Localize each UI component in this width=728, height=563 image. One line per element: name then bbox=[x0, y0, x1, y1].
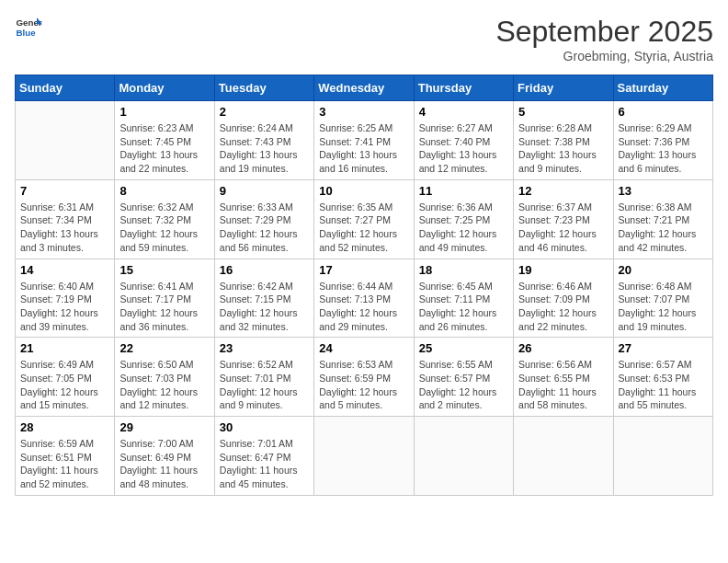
cell-date: 1 bbox=[119, 105, 209, 119]
logo-icon: General Blue bbox=[15, 15, 42, 42]
calendar-cell: 13Sunrise: 6:38 AMSunset: 7:21 PMDayligh… bbox=[613, 179, 712, 259]
calendar-cell: 30Sunrise: 7:01 AMSunset: 6:47 PMDayligh… bbox=[214, 417, 313, 496]
cell-content: Sunrise: 6:55 AMSunset: 6:57 PMDaylight:… bbox=[419, 358, 508, 412]
cell-content: Sunrise: 6:57 AMSunset: 6:53 PMDaylight:… bbox=[619, 358, 708, 412]
cell-content: Sunrise: 6:42 AMSunset: 7:15 PMDaylight:… bbox=[220, 280, 309, 334]
cell-date: 4 bbox=[419, 105, 508, 119]
calendar-week-4: 21Sunrise: 6:49 AMSunset: 7:05 PMDayligh… bbox=[16, 338, 713, 417]
cell-date: 21 bbox=[20, 341, 109, 355]
calendar-cell: 8Sunrise: 6:32 AMSunset: 7:32 PMDaylight… bbox=[115, 179, 214, 259]
cell-content: Sunrise: 6:52 AMSunset: 7:01 PMDaylight:… bbox=[220, 358, 309, 412]
calendar-cell: 2Sunrise: 6:24 AMSunset: 7:43 PMDaylight… bbox=[214, 101, 313, 180]
cell-date: 30 bbox=[220, 420, 309, 434]
calendar-cell: 12Sunrise: 6:37 AMSunset: 7:23 PMDayligh… bbox=[514, 179, 613, 259]
calendar-cell: 3Sunrise: 6:25 AMSunset: 7:41 PMDaylight… bbox=[314, 101, 414, 180]
page-header: General Blue September 2025 Groebming, S… bbox=[15, 15, 713, 63]
cell-content: Sunrise: 7:01 AMSunset: 6:47 PMDaylight:… bbox=[220, 437, 309, 491]
weekday-header-wednesday: Wednesday bbox=[314, 75, 414, 101]
calendar-cell: 14Sunrise: 6:40 AMSunset: 7:19 PMDayligh… bbox=[16, 259, 115, 338]
cell-content: Sunrise: 6:23 AMSunset: 7:45 PMDaylight:… bbox=[119, 121, 209, 176]
calendar-week-5: 28Sunrise: 6:59 AMSunset: 6:51 PMDayligh… bbox=[16, 417, 713, 496]
cell-date: 16 bbox=[220, 263, 309, 277]
weekday-header-saturday: Saturday bbox=[613, 75, 712, 101]
cell-date: 13 bbox=[619, 184, 708, 198]
calendar-cell bbox=[514, 417, 613, 496]
cell-date: 12 bbox=[518, 184, 608, 198]
calendar-cell: 20Sunrise: 6:48 AMSunset: 7:07 PMDayligh… bbox=[613, 259, 712, 338]
calendar-cell: 1Sunrise: 6:23 AMSunset: 7:45 PMDaylight… bbox=[115, 101, 214, 180]
cell-content: Sunrise: 6:35 AMSunset: 7:27 PMDaylight:… bbox=[319, 201, 408, 255]
weekday-header-thursday: Thursday bbox=[414, 75, 513, 101]
cell-date: 7 bbox=[20, 184, 109, 198]
calendar-cell bbox=[16, 101, 115, 180]
cell-date: 18 bbox=[419, 263, 508, 277]
cell-date: 11 bbox=[419, 184, 508, 198]
cell-content: Sunrise: 6:36 AMSunset: 7:25 PMDaylight:… bbox=[419, 201, 508, 255]
calendar-cell: 23Sunrise: 6:52 AMSunset: 7:01 PMDayligh… bbox=[214, 338, 313, 417]
calendar-cell bbox=[414, 417, 513, 496]
cell-content: Sunrise: 6:40 AMSunset: 7:19 PMDaylight:… bbox=[20, 280, 109, 334]
calendar-cell: 21Sunrise: 6:49 AMSunset: 7:05 PMDayligh… bbox=[16, 338, 115, 417]
cell-content: Sunrise: 6:32 AMSunset: 7:32 PMDaylight:… bbox=[119, 201, 209, 255]
calendar-cell: 7Sunrise: 6:31 AMSunset: 7:34 PMDaylight… bbox=[16, 179, 115, 259]
cell-date: 27 bbox=[619, 341, 708, 355]
cell-date: 22 bbox=[119, 341, 209, 355]
calendar-cell: 4Sunrise: 6:27 AMSunset: 7:40 PMDaylight… bbox=[414, 101, 513, 180]
calendar-week-1: 1Sunrise: 6:23 AMSunset: 7:45 PMDaylight… bbox=[16, 101, 713, 180]
calendar-cell: 5Sunrise: 6:28 AMSunset: 7:38 PMDaylight… bbox=[514, 101, 613, 180]
cell-content: Sunrise: 6:28 AMSunset: 7:38 PMDaylight:… bbox=[518, 121, 608, 176]
cell-content: Sunrise: 6:27 AMSunset: 7:40 PMDaylight:… bbox=[419, 121, 508, 176]
calendar-cell: 15Sunrise: 6:41 AMSunset: 7:17 PMDayligh… bbox=[115, 259, 214, 338]
calendar-week-3: 14Sunrise: 6:40 AMSunset: 7:19 PMDayligh… bbox=[16, 259, 713, 338]
cell-content: Sunrise: 6:25 AMSunset: 7:41 PMDaylight:… bbox=[319, 121, 408, 176]
calendar-cell: 9Sunrise: 6:33 AMSunset: 7:29 PMDaylight… bbox=[214, 179, 313, 259]
calendar-cell: 25Sunrise: 6:55 AMSunset: 6:57 PMDayligh… bbox=[414, 338, 513, 417]
weekday-header-monday: Monday bbox=[115, 75, 214, 101]
month-title: September 2025 bbox=[495, 15, 713, 49]
title-block: September 2025 Groebming, Styria, Austri… bbox=[495, 15, 713, 63]
cell-date: 3 bbox=[319, 105, 408, 119]
weekday-header-friday: Friday bbox=[514, 75, 613, 101]
cell-content: Sunrise: 7:00 AMSunset: 6:49 PMDaylight:… bbox=[119, 437, 209, 491]
cell-date: 15 bbox=[119, 263, 209, 277]
location: Groebming, Styria, Austria bbox=[495, 49, 713, 63]
cell-content: Sunrise: 6:59 AMSunset: 6:51 PMDaylight:… bbox=[20, 437, 109, 491]
weekday-header-sunday: Sunday bbox=[16, 75, 115, 101]
cell-date: 8 bbox=[119, 184, 209, 198]
cell-content: Sunrise: 6:46 AMSunset: 7:09 PMDaylight:… bbox=[518, 280, 608, 334]
calendar-cell: 10Sunrise: 6:35 AMSunset: 7:27 PMDayligh… bbox=[314, 179, 414, 259]
calendar-cell: 18Sunrise: 6:45 AMSunset: 7:11 PMDayligh… bbox=[414, 259, 513, 338]
calendar-cell: 17Sunrise: 6:44 AMSunset: 7:13 PMDayligh… bbox=[314, 259, 414, 338]
cell-content: Sunrise: 6:50 AMSunset: 7:03 PMDaylight:… bbox=[119, 358, 209, 412]
logo: General Blue bbox=[15, 15, 42, 42]
calendar-cell: 11Sunrise: 6:36 AMSunset: 7:25 PMDayligh… bbox=[414, 179, 513, 259]
cell-date: 24 bbox=[319, 341, 408, 355]
cell-date: 19 bbox=[518, 263, 608, 277]
cell-content: Sunrise: 6:31 AMSunset: 7:34 PMDaylight:… bbox=[20, 201, 109, 255]
cell-content: Sunrise: 6:41 AMSunset: 7:17 PMDaylight:… bbox=[119, 280, 209, 334]
calendar-cell: 6Sunrise: 6:29 AMSunset: 7:36 PMDaylight… bbox=[613, 101, 712, 180]
cell-date: 14 bbox=[20, 263, 109, 277]
calendar-cell: 16Sunrise: 6:42 AMSunset: 7:15 PMDayligh… bbox=[214, 259, 313, 338]
calendar-cell: 28Sunrise: 6:59 AMSunset: 6:51 PMDayligh… bbox=[16, 417, 115, 496]
cell-content: Sunrise: 6:37 AMSunset: 7:23 PMDaylight:… bbox=[518, 201, 608, 255]
cell-content: Sunrise: 6:29 AMSunset: 7:36 PMDaylight:… bbox=[619, 121, 708, 176]
cell-date: 10 bbox=[319, 184, 408, 198]
calendar-cell: 19Sunrise: 6:46 AMSunset: 7:09 PMDayligh… bbox=[514, 259, 613, 338]
cell-date: 2 bbox=[220, 105, 309, 119]
cell-content: Sunrise: 6:53 AMSunset: 6:59 PMDaylight:… bbox=[319, 358, 408, 412]
cell-date: 29 bbox=[119, 420, 209, 434]
calendar-week-2: 7Sunrise: 6:31 AMSunset: 7:34 PMDaylight… bbox=[16, 179, 713, 259]
cell-date: 28 bbox=[20, 420, 109, 434]
cell-content: Sunrise: 6:45 AMSunset: 7:11 PMDaylight:… bbox=[419, 280, 508, 334]
cell-date: 9 bbox=[220, 184, 309, 198]
svg-text:Blue: Blue bbox=[17, 28, 37, 38]
cell-content: Sunrise: 6:48 AMSunset: 7:07 PMDaylight:… bbox=[619, 280, 708, 334]
cell-date: 6 bbox=[619, 105, 708, 119]
cell-date: 5 bbox=[518, 105, 608, 119]
calendar-cell: 26Sunrise: 6:56 AMSunset: 6:55 PMDayligh… bbox=[514, 338, 613, 417]
calendar-cell: 29Sunrise: 7:00 AMSunset: 6:49 PMDayligh… bbox=[115, 417, 214, 496]
cell-date: 20 bbox=[619, 263, 708, 277]
calendar-cell: 22Sunrise: 6:50 AMSunset: 7:03 PMDayligh… bbox=[115, 338, 214, 417]
calendar-table: SundayMondayTuesdayWednesdayThursdayFrid… bbox=[15, 75, 713, 496]
